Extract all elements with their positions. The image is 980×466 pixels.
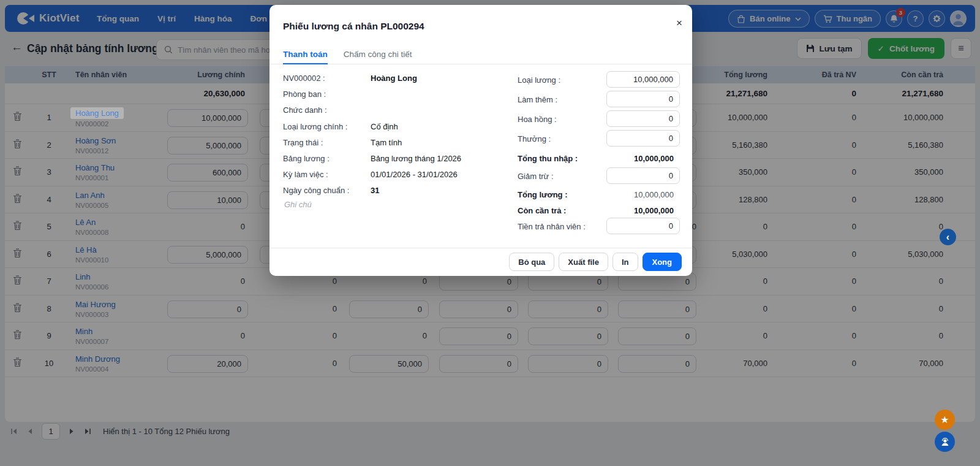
pay-input[interactable]: 0	[606, 110, 680, 127]
star-icon: ★	[940, 414, 949, 426]
modal-tab-bar: Thanh toánChấm công chi tiết	[270, 48, 692, 64]
print-button[interactable]: In	[612, 253, 638, 271]
pay-row: Làm thêm :0	[270, 91, 692, 107]
rating-fab-button[interactable]: ★	[935, 410, 955, 430]
pay-label: Giảm trừ :	[518, 171, 554, 180]
pay-label: Làm thêm :	[518, 94, 557, 104]
pay-value: 10,000,000	[600, 153, 674, 162]
pay-label: Tổng lương :	[518, 189, 567, 199]
collapse-panel-button[interactable]: ‹	[940, 229, 956, 245]
close-icon[interactable]: ×	[676, 17, 682, 29]
modal-footer-divider	[270, 248, 692, 248]
pay-value: 10,000,000	[600, 189, 674, 199]
skip-button[interactable]: Bỏ qua	[509, 253, 554, 271]
employee-name-link[interactable]: Hoàng Long	[70, 107, 124, 119]
pay-input[interactable]: 0	[606, 218, 680, 234]
pay-input[interactable]: 0	[606, 130, 680, 147]
pay-row: Tổng lương :10,000,000	[270, 186, 692, 202]
pay-label: Tiền trả nhân viên :	[518, 221, 586, 231]
pay-label: Còn cần trả :	[518, 205, 566, 215]
pay-label: Thưởng :	[518, 134, 551, 143]
pay-row: Thưởng :0	[270, 130, 692, 147]
pay-row: Giảm trừ :0	[270, 167, 692, 184]
pay-input[interactable]: 0	[606, 167, 680, 184]
pay-input[interactable]: 0	[606, 91, 680, 107]
payslip-modal: Phiếu lương cá nhân PL000294 × Thanh toá…	[270, 5, 692, 276]
pay-label: Tổng thu nhập :	[518, 153, 578, 162]
pay-row: Loại lương :10,000,000	[270, 71, 692, 88]
pay-label: Hoa hồng :	[518, 114, 557, 123]
support-agent-icon	[940, 437, 951, 448]
modal-footer-buttons: Bỏ quaXuất fileInXong	[509, 253, 682, 271]
tab-thanh-toan[interactable]: Thanh toán	[283, 48, 328, 64]
pay-input[interactable]: 10,000,000	[606, 71, 680, 88]
chevron-left-icon: ‹	[946, 232, 949, 242]
export-file-button[interactable]: Xuất file	[559, 253, 608, 271]
pay-label: Loại lương :	[518, 75, 560, 84]
modal-title: Phiếu lương cá nhân PL000294	[283, 21, 424, 32]
pay-row: Còn cần trả :10,000,000	[270, 202, 692, 218]
pay-row: Tổng thu nhập :10,000,000	[270, 150, 692, 166]
app-screen: KiotViet Tổng quanVị tríHàng hóaĐơn hàng…	[0, 0, 980, 466]
done-button[interactable]: Xong	[643, 253, 682, 271]
pay-value: 10,000,000	[600, 205, 674, 215]
pay-row: Tiền trả nhân viên :0	[270, 218, 692, 234]
tab-cham-cong[interactable]: Chấm công chi tiết	[344, 48, 412, 64]
support-fab-button[interactable]	[935, 432, 955, 452]
pay-row: Hoa hồng :0	[270, 110, 692, 127]
